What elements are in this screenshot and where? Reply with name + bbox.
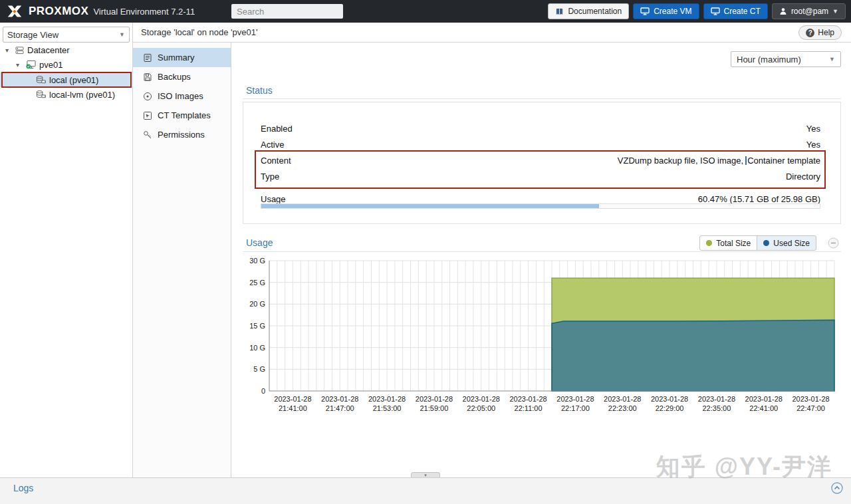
svg-text:21:47:00: 21:47:00 xyxy=(326,404,354,412)
chart-legend: Total Size Used Size xyxy=(699,235,816,251)
nav-item-backups[interactable]: Backups xyxy=(133,67,231,86)
svg-text:22:35:00: 22:35:00 xyxy=(703,404,731,412)
logs-title: Logs xyxy=(13,483,33,493)
user-icon xyxy=(779,7,787,15)
divider xyxy=(243,251,841,252)
svg-text:22:05:00: 22:05:00 xyxy=(467,404,495,412)
chevron-down-icon: ▼ xyxy=(829,56,835,63)
svg-text:22:29:00: 22:29:00 xyxy=(656,404,684,412)
user-menu-button[interactable]: root@pam ▼ xyxy=(772,3,846,19)
nav-item-label: Summary xyxy=(158,53,195,63)
svg-text:2023-01-28: 2023-01-28 xyxy=(745,395,783,403)
brand-name: PROXMOX xyxy=(29,5,88,18)
svg-text:22:47:00: 22:47:00 xyxy=(796,404,825,412)
nav-item-ct-templates[interactable]: CT Templates xyxy=(133,106,231,125)
svg-text:2023-01-28: 2023-01-28 xyxy=(698,395,735,403)
create-ct-label: Create CT xyxy=(724,7,761,16)
svg-text:10 G: 10 G xyxy=(249,344,265,352)
tree-item-local-lvm[interactable]: local-lvm (pve01) xyxy=(0,87,132,102)
legend-item-used-size[interactable]: Used Size xyxy=(757,235,816,251)
timeframe-value: Hour (maximum) xyxy=(737,55,801,64)
create-vm-label: Create VM xyxy=(654,7,691,16)
status-row-value: Yes xyxy=(806,137,820,153)
tree-item-local[interactable]: local (pve01) xyxy=(0,72,132,87)
status-section-title: Status xyxy=(246,85,273,96)
resource-tree-sidebar: Storage View ▼ ▾ Datacenter ▾ pve01 loca… xyxy=(0,23,133,477)
status-row-label: Type xyxy=(261,169,279,185)
tree-item-datacenter[interactable]: ▾ Datacenter xyxy=(0,43,132,57)
help-button[interactable]: ? Help xyxy=(798,25,842,40)
book-icon xyxy=(555,7,564,16)
status-row-label: Content xyxy=(261,153,291,169)
status-row-value: VZDump backup file, ISO image,Container … xyxy=(618,153,820,169)
svg-text:2023-01-28: 2023-01-28 xyxy=(792,395,829,403)
search-input[interactable] xyxy=(231,4,343,19)
tree-item-label: local-lvm (pve01) xyxy=(49,90,115,100)
svg-text:22:17:00: 22:17:00 xyxy=(561,404,590,412)
view-select[interactable]: Storage View ▼ xyxy=(3,27,130,43)
proxmox-logo-icon xyxy=(5,5,24,18)
usage-progress-bar xyxy=(261,203,820,209)
storage-icon xyxy=(36,90,46,99)
svg-text:22:23:00: 22:23:00 xyxy=(608,404,637,412)
bottom-panel-splitter[interactable]: ▾ xyxy=(411,472,440,477)
svg-text:2023-01-28: 2023-01-28 xyxy=(463,395,500,403)
documentation-label: Documentation xyxy=(568,7,622,16)
view-select-value: Storage View xyxy=(7,30,59,40)
content-value-after-cursor: Container template xyxy=(747,156,820,166)
legend-item-total-size[interactable]: Total Size xyxy=(699,235,757,251)
status-row-enabled: Enabled Yes xyxy=(261,121,820,137)
content-value-before-cursor: VZDump backup file, ISO image, xyxy=(618,156,743,166)
storage-icon xyxy=(36,75,46,84)
nav-item-label: Backups xyxy=(158,72,191,82)
create-vm-button[interactable]: Create VM xyxy=(633,3,699,19)
summary-icon xyxy=(142,53,152,63)
nav-item-permissions[interactable]: Permissions xyxy=(133,125,231,144)
logs-collapse-icon[interactable] xyxy=(831,482,843,496)
status-row-label: Enabled xyxy=(261,121,293,137)
expand-caret-icon[interactable]: ▾ xyxy=(16,61,23,68)
usage-progress-fill xyxy=(261,204,599,208)
tree-item-label: Datacenter xyxy=(27,45,70,55)
monitor-icon xyxy=(640,7,650,15)
create-ct-button[interactable]: Create CT xyxy=(703,3,768,19)
documentation-button[interactable]: Documentation xyxy=(548,3,629,19)
page-title: Storage 'local' on node 'pve01' xyxy=(141,23,257,42)
svg-text:2023-01-28: 2023-01-28 xyxy=(556,395,594,403)
usage-section-title: Usage xyxy=(246,237,273,248)
user-menu-label: root@pam xyxy=(791,7,828,16)
chevron-down-icon: ▼ xyxy=(832,8,838,15)
nav-item-iso-images[interactable]: ISO Images xyxy=(133,86,231,106)
status-table: Enabled Yes Active Yes Content VZDump ba… xyxy=(243,102,841,224)
template-cursor-icon xyxy=(142,111,152,120)
tree-item-pve01[interactable]: ▾ pve01 xyxy=(0,57,132,72)
svg-text:2023-01-28: 2023-01-28 xyxy=(416,395,453,403)
status-row-value: Directory xyxy=(786,169,820,185)
timeframe-select[interactable]: Hour (maximum) ▼ xyxy=(731,51,841,67)
svg-text:2023-01-28: 2023-01-28 xyxy=(604,395,641,403)
svg-text:25 G: 25 G xyxy=(249,279,265,287)
brand: PROXMOX Virtual Environment 7.2-11 xyxy=(5,0,195,23)
tree-item-label: local (pve01) xyxy=(49,75,98,85)
text-cursor xyxy=(745,156,747,165)
chevron-down-icon: ▾ xyxy=(424,473,427,478)
status-row-content: Content VZDump backup file, ISO image,Co… xyxy=(261,153,820,169)
legend-dot xyxy=(706,240,712,246)
version-text: Virtual Environment 7.2-11 xyxy=(93,7,195,17)
svg-text:21:59:00: 21:59:00 xyxy=(420,404,449,412)
svg-text:22:11:00: 22:11:00 xyxy=(515,404,543,412)
nav-item-label: CT Templates xyxy=(158,110,211,120)
storage-nav: Summary Backups ISO Images CT Templates … xyxy=(133,43,231,477)
panel-collapse-icon[interactable] xyxy=(828,237,839,251)
expand-caret-icon[interactable]: ▾ xyxy=(5,47,12,54)
nav-item-summary[interactable]: Summary xyxy=(133,48,231,67)
status-row-type: Type Directory xyxy=(261,169,820,185)
svg-text:21:41:00: 21:41:00 xyxy=(279,404,307,412)
legend-label: Used Size xyxy=(773,239,810,248)
legend-label: Total Size xyxy=(716,239,751,248)
svg-text:2023-01-28: 2023-01-28 xyxy=(509,395,547,403)
server-icon xyxy=(15,46,24,55)
svg-text:22:41:00: 22:41:00 xyxy=(749,404,778,412)
divider xyxy=(243,98,841,99)
status-row-value: Yes xyxy=(806,121,820,137)
